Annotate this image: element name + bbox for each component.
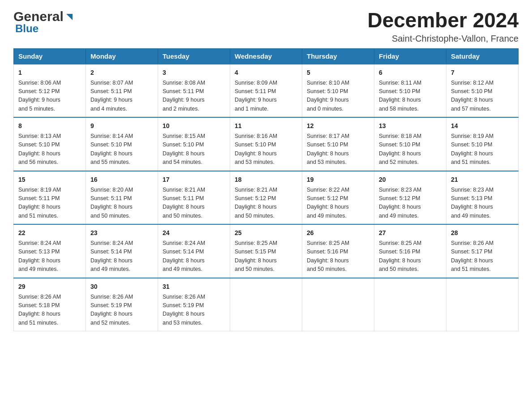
day-info: Sunrise: 8:26 AMSunset: 5:18 PMDaylight:… bbox=[18, 293, 81, 328]
day-info: Sunrise: 8:07 AMSunset: 5:11 PMDaylight:… bbox=[90, 79, 153, 114]
day-info: Sunrise: 8:17 AMSunset: 5:10 PMDaylight:… bbox=[307, 132, 369, 167]
calendar-cell: 20Sunrise: 8:23 AMSunset: 5:12 PMDayligh… bbox=[374, 171, 446, 225]
day-info: Sunrise: 8:21 AMSunset: 5:12 PMDaylight:… bbox=[235, 186, 297, 221]
calendar-cell: 23Sunrise: 8:24 AMSunset: 5:14 PMDayligh… bbox=[86, 224, 158, 278]
location-subtitle: Saint-Christophe-Vallon, France bbox=[367, 34, 519, 44]
calendar-cell: 18Sunrise: 8:21 AMSunset: 5:12 PMDayligh… bbox=[230, 171, 302, 225]
calendar-cell: 27Sunrise: 8:25 AMSunset: 5:16 PMDayligh… bbox=[374, 224, 446, 278]
day-info: Sunrise: 8:09 AMSunset: 5:11 PMDaylight:… bbox=[235, 79, 297, 114]
calendar-cell bbox=[446, 278, 519, 331]
day-number: 30 bbox=[90, 282, 153, 291]
day-number: 23 bbox=[90, 228, 153, 238]
day-number: 6 bbox=[379, 68, 442, 77]
day-info: Sunrise: 8:19 AMSunset: 5:10 PMDaylight:… bbox=[451, 132, 514, 167]
calendar-col-monday: Monday bbox=[86, 48, 158, 64]
day-number: 25 bbox=[235, 228, 297, 238]
calendar-cell: 8Sunrise: 8:13 AMSunset: 5:10 PMDaylight… bbox=[14, 117, 86, 171]
day-number: 31 bbox=[163, 282, 225, 291]
day-number: 24 bbox=[163, 228, 225, 238]
day-number: 20 bbox=[379, 175, 442, 184]
calendar-cell: 12Sunrise: 8:17 AMSunset: 5:10 PMDayligh… bbox=[302, 117, 374, 171]
logo: General Blue bbox=[13, 9, 74, 35]
day-info: Sunrise: 8:20 AMSunset: 5:11 PMDaylight:… bbox=[90, 186, 153, 221]
day-info: Sunrise: 8:11 AMSunset: 5:10 PMDaylight:… bbox=[379, 79, 442, 114]
day-number: 22 bbox=[18, 228, 81, 238]
day-info: Sunrise: 8:16 AMSunset: 5:10 PMDaylight:… bbox=[235, 132, 297, 167]
calendar-week-row: 8Sunrise: 8:13 AMSunset: 5:10 PMDaylight… bbox=[14, 117, 519, 171]
calendar-cell: 14Sunrise: 8:19 AMSunset: 5:10 PMDayligh… bbox=[446, 117, 519, 171]
day-info: Sunrise: 8:22 AMSunset: 5:12 PMDaylight:… bbox=[307, 186, 369, 221]
day-info: Sunrise: 8:26 AMSunset: 5:19 PMDaylight:… bbox=[163, 293, 225, 328]
day-info: Sunrise: 8:25 AMSunset: 5:16 PMDaylight:… bbox=[307, 239, 369, 274]
calendar-week-row: 15Sunrise: 8:19 AMSunset: 5:11 PMDayligh… bbox=[14, 171, 519, 225]
calendar-col-tuesday: Tuesday bbox=[158, 48, 230, 64]
calendar-cell: 2Sunrise: 8:07 AMSunset: 5:11 PMDaylight… bbox=[86, 64, 158, 118]
day-number: 10 bbox=[163, 121, 225, 131]
calendar-header-row: SundayMondayTuesdayWednesdayThursdayFrid… bbox=[14, 48, 519, 64]
calendar-cell: 6Sunrise: 8:11 AMSunset: 5:10 PMDaylight… bbox=[374, 64, 446, 118]
svg-marker-0 bbox=[66, 14, 73, 20]
day-info: Sunrise: 8:26 AMSunset: 5:19 PMDaylight:… bbox=[90, 293, 153, 328]
day-info: Sunrise: 8:24 AMSunset: 5:14 PMDaylight:… bbox=[90, 239, 153, 274]
day-number: 28 bbox=[451, 228, 514, 238]
day-number: 16 bbox=[90, 175, 153, 184]
day-info: Sunrise: 8:10 AMSunset: 5:10 PMDaylight:… bbox=[307, 79, 369, 114]
day-number: 7 bbox=[451, 68, 514, 77]
day-number: 9 bbox=[90, 121, 153, 131]
day-number: 21 bbox=[451, 175, 514, 184]
day-info: Sunrise: 8:24 AMSunset: 5:14 PMDaylight:… bbox=[163, 239, 225, 274]
day-info: Sunrise: 8:06 AMSunset: 5:12 PMDaylight:… bbox=[18, 79, 81, 114]
calendar-cell: 4Sunrise: 8:09 AMSunset: 5:11 PMDaylight… bbox=[230, 64, 302, 118]
logo-general-text: General bbox=[13, 9, 64, 24]
day-number: 14 bbox=[451, 121, 514, 131]
calendar-cell: 10Sunrise: 8:15 AMSunset: 5:10 PMDayligh… bbox=[158, 117, 230, 171]
day-number: 2 bbox=[90, 68, 153, 77]
day-info: Sunrise: 8:23 AMSunset: 5:13 PMDaylight:… bbox=[451, 186, 514, 221]
calendar-cell: 16Sunrise: 8:20 AMSunset: 5:11 PMDayligh… bbox=[86, 171, 158, 225]
day-info: Sunrise: 8:13 AMSunset: 5:10 PMDaylight:… bbox=[18, 132, 81, 167]
calendar-cell: 17Sunrise: 8:21 AMSunset: 5:11 PMDayligh… bbox=[158, 171, 230, 225]
calendar-week-row: 1Sunrise: 8:06 AMSunset: 5:12 PMDaylight… bbox=[14, 64, 519, 118]
calendar-col-wednesday: Wednesday bbox=[230, 48, 302, 64]
calendar-cell: 26Sunrise: 8:25 AMSunset: 5:16 PMDayligh… bbox=[302, 224, 374, 278]
day-number: 15 bbox=[18, 175, 81, 184]
day-info: Sunrise: 8:25 AMSunset: 5:16 PMDaylight:… bbox=[379, 239, 442, 274]
calendar-header: SundayMondayTuesdayWednesdayThursdayFrid… bbox=[14, 48, 519, 64]
day-info: Sunrise: 8:18 AMSunset: 5:10 PMDaylight:… bbox=[379, 132, 442, 167]
logo-arrow-icon bbox=[64, 12, 74, 22]
calendar-col-saturday: Saturday bbox=[446, 48, 519, 64]
calendar-cell: 1Sunrise: 8:06 AMSunset: 5:12 PMDaylight… bbox=[14, 64, 86, 118]
day-info: Sunrise: 8:24 AMSunset: 5:13 PMDaylight:… bbox=[18, 239, 81, 274]
calendar-cell: 30Sunrise: 8:26 AMSunset: 5:19 PMDayligh… bbox=[86, 278, 158, 331]
day-number: 29 bbox=[18, 282, 81, 291]
day-number: 13 bbox=[379, 121, 442, 131]
calendar-week-row: 29Sunrise: 8:26 AMSunset: 5:18 PMDayligh… bbox=[14, 278, 519, 331]
day-info: Sunrise: 8:21 AMSunset: 5:11 PMDaylight:… bbox=[163, 186, 225, 221]
calendar-cell: 5Sunrise: 8:10 AMSunset: 5:10 PMDaylight… bbox=[302, 64, 374, 118]
calendar-cell: 11Sunrise: 8:16 AMSunset: 5:10 PMDayligh… bbox=[230, 117, 302, 171]
day-info: Sunrise: 8:23 AMSunset: 5:12 PMDaylight:… bbox=[379, 186, 442, 221]
day-info: Sunrise: 8:19 AMSunset: 5:11 PMDaylight:… bbox=[18, 186, 81, 221]
day-number: 3 bbox=[163, 68, 225, 77]
day-number: 26 bbox=[307, 228, 369, 238]
title-block: December 2024 Saint-Christophe-Vallon, F… bbox=[367, 9, 519, 44]
day-info: Sunrise: 8:25 AMSunset: 5:15 PMDaylight:… bbox=[235, 239, 297, 274]
calendar-col-friday: Friday bbox=[374, 48, 446, 64]
calendar-cell: 25Sunrise: 8:25 AMSunset: 5:15 PMDayligh… bbox=[230, 224, 302, 278]
day-number: 4 bbox=[235, 68, 297, 77]
day-info: Sunrise: 8:08 AMSunset: 5:11 PMDaylight:… bbox=[163, 79, 225, 114]
calendar-body: 1Sunrise: 8:06 AMSunset: 5:12 PMDaylight… bbox=[14, 64, 519, 331]
day-info: Sunrise: 8:26 AMSunset: 5:17 PMDaylight:… bbox=[451, 239, 514, 274]
calendar-cell: 19Sunrise: 8:22 AMSunset: 5:12 PMDayligh… bbox=[302, 171, 374, 225]
day-number: 17 bbox=[163, 175, 225, 184]
day-info: Sunrise: 8:14 AMSunset: 5:10 PMDaylight:… bbox=[90, 132, 153, 167]
calendar-cell bbox=[230, 278, 302, 331]
calendar-cell: 13Sunrise: 8:18 AMSunset: 5:10 PMDayligh… bbox=[374, 117, 446, 171]
day-number: 18 bbox=[235, 175, 297, 184]
day-number: 11 bbox=[235, 121, 297, 131]
calendar-cell: 31Sunrise: 8:26 AMSunset: 5:19 PMDayligh… bbox=[158, 278, 230, 331]
day-number: 27 bbox=[379, 228, 442, 238]
day-number: 5 bbox=[307, 68, 369, 77]
calendar-cell: 28Sunrise: 8:26 AMSunset: 5:17 PMDayligh… bbox=[446, 224, 519, 278]
calendar-cell: 15Sunrise: 8:19 AMSunset: 5:11 PMDayligh… bbox=[14, 171, 86, 225]
